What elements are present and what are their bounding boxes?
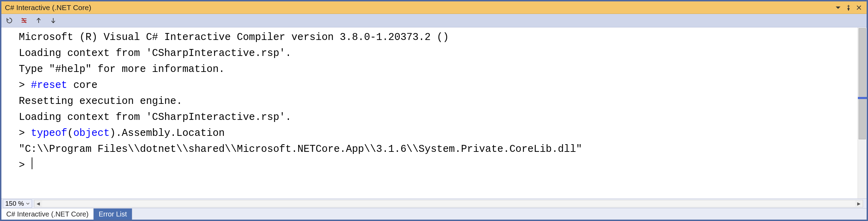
window-options-button[interactable] (833, 3, 843, 13)
reset-button[interactable] (5, 16, 14, 25)
pin-button[interactable] (844, 3, 853, 13)
editor-area: Microsoft (R) Visual C# Interactive Comp… (1, 27, 867, 198)
console-input-line: > (19, 157, 858, 173)
tab-label: C# Interactive (.NET Core) (6, 210, 88, 218)
scrollbar-thumb[interactable] (859, 28, 866, 139)
vertical-scrollbar[interactable] (858, 27, 867, 198)
history-next-button[interactable] (49, 16, 58, 25)
zoom-value: 150 % (5, 200, 24, 207)
scrollbar-track[interactable] (42, 200, 855, 207)
console-output-line: Loading context from 'CSharpInteractive.… (19, 109, 858, 125)
tab-error-list[interactable]: Error List (94, 208, 132, 220)
console-output-line: Loading context from 'CSharpInteractive.… (19, 46, 858, 62)
close-button[interactable] (854, 3, 864, 13)
window-title: C# Interactive (.NET Core) (5, 3, 833, 12)
zoom-dropdown[interactable]: 150 % (3, 199, 32, 208)
console-input-line: > typeof(object).Assembly.Location (19, 125, 858, 141)
console-output-line: Type "#help" for more information. (19, 62, 858, 77)
bottom-tabs: C# Interactive (.NET Core) Error List (1, 208, 867, 220)
console-input-line: > #reset core (19, 77, 858, 93)
horizontal-scrollbar[interactable]: ◂ ▸ (34, 200, 863, 207)
tab-label: Error List (98, 210, 127, 218)
scrollbar-caret-mark (858, 97, 867, 99)
console-output[interactable]: Microsoft (R) Visual C# Interactive Comp… (19, 27, 858, 198)
history-prev-button[interactable] (34, 16, 43, 25)
scroll-right-icon[interactable]: ▸ (855, 200, 863, 207)
status-bar: 150 % ◂ ▸ (1, 198, 867, 208)
gutter (1, 27, 19, 198)
chevron-down-icon (26, 202, 30, 205)
clear-button[interactable] (19, 16, 29, 25)
console-output-line: "C:\\Program Files\\dotnet\\shared\\Micr… (19, 141, 858, 157)
title-bar: C# Interactive (.NET Core) (1, 1, 867, 14)
console-output-line: Microsoft (R) Visual C# Interactive Comp… (19, 30, 858, 46)
text-caret (32, 157, 32, 169)
console-output-line: Resetting execution engine. (19, 93, 858, 109)
toolbar (1, 14, 867, 27)
tab-csharp-interactive[interactable]: C# Interactive (.NET Core) (1, 208, 94, 220)
scroll-left-icon[interactable]: ◂ (34, 200, 42, 207)
